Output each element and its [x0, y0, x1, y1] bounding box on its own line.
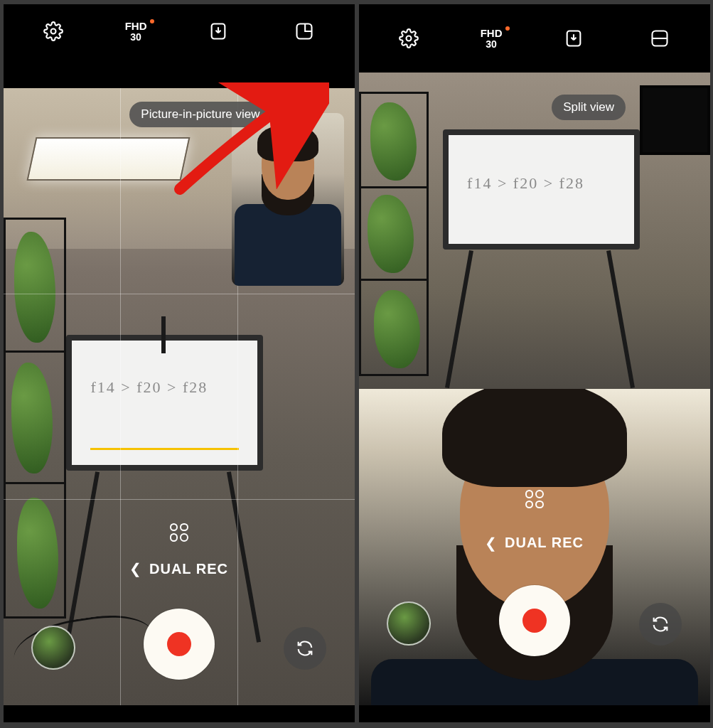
record-indicator-icon	[522, 609, 547, 633]
switch-camera-button[interactable]	[284, 627, 326, 670]
pip-front-camera[interactable]	[232, 113, 344, 286]
resolution-button[interactable]: FHD 30	[125, 21, 147, 42]
record-button[interactable]	[144, 609, 215, 680]
save-to-gallery-icon[interactable]	[559, 24, 588, 53]
chevron-left-icon: ❮	[129, 560, 142, 577]
gallery-thumbnail[interactable]	[31, 626, 75, 670]
mode-label: DUAL REC	[149, 561, 228, 577]
svg-point-3	[406, 36, 411, 41]
resolution-button[interactable]: FHD 30	[481, 28, 503, 49]
whiteboard: f14 > f20 > f28	[443, 129, 640, 250]
whiteboard-text: f14 > f20 > f28	[467, 174, 616, 193]
whiteboard: f14 > f20 > f28	[66, 335, 263, 471]
layout-toggle-icon[interactable]	[645, 24, 674, 53]
switch-camera-button[interactable]	[639, 603, 682, 646]
svg-point-0	[50, 29, 55, 34]
record-indicator-icon	[167, 632, 191, 656]
layout-toggle-icon[interactable]	[290, 17, 318, 46]
camera-topbar: FHD 30	[4, 4, 355, 58]
phone-left: FHD 30 f14 > f20 > f28	[4, 4, 355, 722]
hdr-indicator-icon	[150, 19, 154, 23]
tv-screen	[640, 85, 710, 155]
layout-tooltip: Split view	[552, 95, 626, 120]
chevron-left-icon: ❮	[485, 535, 498, 552]
mode-selector[interactable]: ❮ DUAL REC	[485, 535, 584, 552]
viewfinder[interactable]: f14 > f20 > f28 Split view ❮ DUAL	[359, 73, 710, 705]
record-button[interactable]	[499, 585, 570, 656]
rear-camera-preview: f14 > f20 > f28	[359, 73, 710, 389]
whiteboard-text: f14 > f20 > f28	[90, 378, 239, 397]
gallery-thumbnail[interactable]	[387, 601, 431, 646]
viewfinder[interactable]: f14 > f20 > f28 Picture-in-pi	[4, 88, 355, 705]
settings-icon[interactable]	[39, 17, 68, 46]
save-to-gallery-icon[interactable]	[204, 17, 232, 46]
hdr-indicator-icon	[505, 26, 510, 31]
filters-icon[interactable]	[170, 523, 188, 542]
settings-icon[interactable]	[395, 24, 423, 53]
fps-value: 30	[481, 39, 503, 50]
resolution-value: FHD	[481, 27, 503, 39]
mode-selector[interactable]: ❮ DUAL REC	[129, 560, 228, 577]
layout-tooltip: Picture-in-picture view	[129, 102, 271, 127]
filters-icon[interactable]	[525, 490, 544, 508]
camera-topbar: FHD 30	[359, 4, 710, 73]
mode-label: DUAL REC	[505, 535, 584, 551]
phone-right: FHD 30 f14 > f20 > f28	[359, 4, 710, 722]
resolution-value: FHD	[125, 20, 147, 32]
fps-value: 30	[125, 32, 147, 43]
